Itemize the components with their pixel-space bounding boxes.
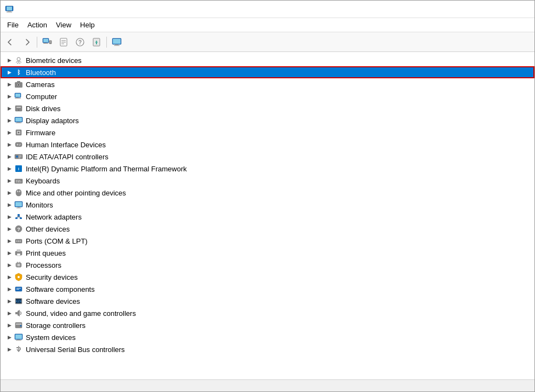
svg-rect-79 xyxy=(20,240,21,242)
svg-rect-29 xyxy=(15,94,20,97)
maximize-button[interactable] xyxy=(480,1,505,18)
expand-arrow-usb[interactable]: ▶ xyxy=(5,345,14,354)
expand-arrow-other[interactable]: ▶ xyxy=(5,224,14,233)
menu-file[interactable]: File xyxy=(3,19,23,31)
expand-arrow-sound[interactable]: ▶ xyxy=(5,309,14,318)
tree-item-intel-dynamic[interactable]: ▶iIntel(R) Dynamic Platform and Thermal … xyxy=(1,163,534,175)
tree-item-ports[interactable]: ▶Ports (COM & LPT) xyxy=(1,235,534,247)
tree-item-other[interactable]: ▶?Other devices xyxy=(1,223,534,235)
device-tree[interactable]: ▶Biometric devices▶ᛒBluetooth▶Cameras▶Co… xyxy=(1,52,534,379)
properties-button[interactable] xyxy=(56,34,71,50)
svg-rect-31 xyxy=(15,98,21,99)
svg-rect-5 xyxy=(43,39,48,42)
expand-arrow-monitors[interactable]: ▶ xyxy=(5,200,14,209)
svg-rect-112 xyxy=(20,349,21,350)
expand-arrow-keyboards[interactable]: ▶ xyxy=(5,176,14,185)
tree-item-network[interactable]: ▶Network adapters xyxy=(1,211,534,223)
expand-arrow-human-interface[interactable]: ▶ xyxy=(5,140,14,149)
display-button[interactable] xyxy=(109,34,124,50)
tree-item-firmware[interactable]: ▶Firmware xyxy=(1,126,534,139)
tree-icon-biometric xyxy=(14,55,24,65)
expand-arrow-display-adaptors[interactable]: ▶ xyxy=(5,116,14,125)
expand-arrow-processors[interactable]: ▶ xyxy=(5,261,14,269)
help-toolbar-button[interactable]: ? xyxy=(72,34,88,50)
tree-item-monitors[interactable]: ▶Monitors xyxy=(1,199,534,211)
svg-rect-77 xyxy=(16,240,18,242)
close-button[interactable] xyxy=(505,1,530,18)
tree-item-processors[interactable]: ▶Processors xyxy=(1,259,534,271)
svg-rect-22 xyxy=(114,45,119,45)
tree-item-security[interactable]: ▶Security devices xyxy=(1,271,534,283)
device-manager-button[interactable] xyxy=(39,34,55,50)
update-driver-button[interactable] xyxy=(89,34,104,50)
expand-arrow-disk-drives[interactable]: ▶ xyxy=(5,104,14,113)
svg-rect-33 xyxy=(16,107,21,108)
tree-label-storage: Storage controllers xyxy=(26,321,86,330)
menu-help[interactable]: Help xyxy=(76,19,99,31)
expand-arrow-firmware[interactable]: ▶ xyxy=(5,128,14,137)
tree-item-print-queues[interactable]: ▶Print queues xyxy=(1,247,534,259)
expand-arrow-software-devices[interactable]: ▶ xyxy=(5,297,14,305)
forward-button[interactable] xyxy=(19,34,35,50)
tree-label-software-components: Software components xyxy=(26,285,95,293)
expand-arrow-software-components[interactable]: ▶ xyxy=(5,285,14,293)
expand-arrow-computer[interactable]: ▶ xyxy=(5,92,14,101)
menu-action[interactable]: Action xyxy=(23,19,52,31)
forward-icon xyxy=(22,38,31,47)
expand-arrow-security[interactable]: ▶ xyxy=(5,273,14,281)
tree-label-bluetooth: Bluetooth xyxy=(26,68,56,77)
tree-item-human-interface[interactable]: ▶Human Interface Devices xyxy=(1,139,534,151)
menu-view[interactable]: View xyxy=(52,19,76,31)
expand-arrow-storage[interactable]: ▶ xyxy=(5,321,14,330)
svg-point-23 xyxy=(17,57,20,61)
svg-rect-102 xyxy=(16,324,21,325)
svg-rect-1 xyxy=(7,7,12,10)
tree-item-disk-drives[interactable]: ▶Disk drives xyxy=(1,102,534,114)
tree-item-system-devices[interactable]: ▶System devices xyxy=(1,331,534,343)
expand-arrow-biometric[interactable]: ▶ xyxy=(5,56,14,65)
tree-item-software-devices[interactable]: ▶</>Software devices xyxy=(1,295,534,307)
tree-label-usb: Universal Serial Bus controllers xyxy=(26,345,125,354)
properties-icon xyxy=(59,37,69,47)
back-button[interactable] xyxy=(3,34,18,50)
expand-arrow-ide[interactable]: ▶ xyxy=(5,152,14,161)
tree-item-storage[interactable]: ▶Storage controllers xyxy=(1,319,534,331)
tree-item-ide[interactable]: ▶IDE ATA/ATAPI controllers xyxy=(1,151,534,163)
minimize-button[interactable] xyxy=(454,1,480,18)
svg-rect-18 xyxy=(96,42,97,44)
tree-item-mice[interactable]: ▶Mice and other pointing devices xyxy=(1,187,534,199)
svg-point-43 xyxy=(17,144,19,146)
svg-rect-9 xyxy=(50,41,51,42)
tree-icon-keyboards xyxy=(14,176,24,186)
svg-rect-78 xyxy=(18,240,19,242)
expand-arrow-system-devices[interactable]: ▶ xyxy=(5,333,14,342)
svg-point-26 xyxy=(18,84,20,86)
svg-rect-36 xyxy=(15,118,22,122)
svg-rect-81 xyxy=(17,250,20,252)
svg-rect-57 xyxy=(16,182,17,183)
tree-icon-monitors xyxy=(14,200,24,210)
svg-rect-7 xyxy=(43,43,48,44)
tree-item-keyboards[interactable]: ▶Keyboards xyxy=(1,175,534,187)
tree-item-biometric[interactable]: ▶Biometric devices xyxy=(1,54,534,66)
tree-item-computer[interactable]: ▶Computer xyxy=(1,90,534,102)
expand-arrow-print-queues[interactable]: ▶ xyxy=(5,249,14,257)
expand-arrow-network[interactable]: ▶ xyxy=(5,212,14,221)
svg-rect-30 xyxy=(16,97,19,98)
expand-arrow-bluetooth[interactable]: ▶ xyxy=(5,68,14,77)
tree-item-cameras[interactable]: ▶Cameras xyxy=(1,78,534,90)
svg-rect-107 xyxy=(16,340,21,341)
back-icon xyxy=(6,38,15,47)
expand-arrow-mice[interactable]: ▶ xyxy=(5,188,14,197)
tree-item-usb[interactable]: ▶Universal Serial Bus controllers xyxy=(1,343,534,355)
expand-arrow-cameras[interactable]: ▶ xyxy=(5,80,14,89)
tree-item-display-adaptors[interactable]: ▶Display adaptors xyxy=(1,114,534,126)
svg-rect-50 xyxy=(19,158,20,158)
expand-arrow-ports[interactable]: ▶ xyxy=(5,237,14,245)
tree-item-bluetooth[interactable]: ▶ᛒBluetooth xyxy=(1,66,534,78)
svg-rect-65 xyxy=(18,207,20,208)
tree-item-software-components[interactable]: ▶Software components xyxy=(1,283,534,295)
expand-arrow-intel-dynamic[interactable]: ▶ xyxy=(5,164,14,173)
tree-item-sound[interactable]: ▶Sound, video and game controllers xyxy=(1,307,534,319)
svg-rect-2 xyxy=(8,11,11,12)
